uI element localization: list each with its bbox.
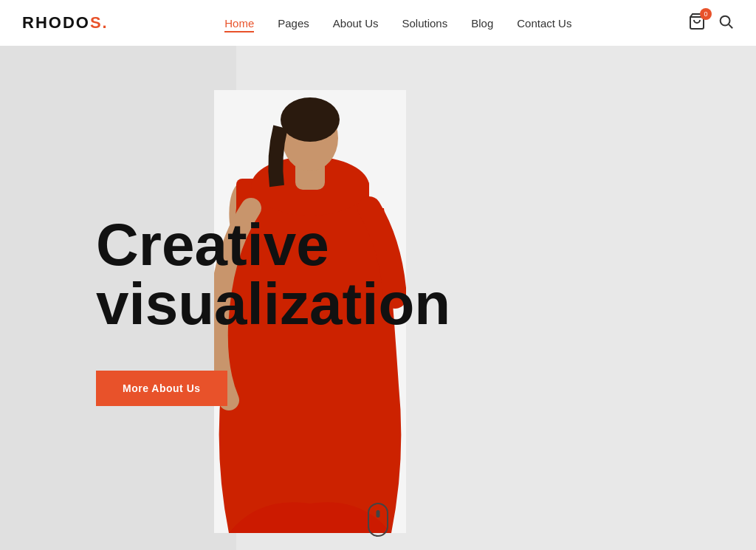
logo[interactable]: RHODOS. [22,13,109,32]
hero-heading: Creative visualization [96,216,450,334]
scroll-oval [368,503,388,537]
nav-item-solutions[interactable]: Solutions [402,17,448,30]
nav-item-blog[interactable]: Blog [471,17,493,30]
header-icons: 0 [688,13,734,33]
nav-item-pages[interactable]: Pages [278,17,309,30]
logo-dot: S. [90,13,109,32]
svg-point-10 [281,97,340,142]
cta-button[interactable]: More About Us [96,371,227,406]
svg-line-2 [729,24,732,28]
nav-item-about[interactable]: About Us [333,17,379,30]
svg-point-1 [721,16,730,25]
header: RHODOS. Home Pages About Us Solutions Bl… [0,0,756,46]
nav-item-contact[interactable]: Contact Us [517,17,571,30]
hero-heading-line2: visualization [96,271,450,337]
cart-button[interactable]: 0 [688,13,706,33]
main-nav: Home Pages About Us Solutions Blog Conta… [224,17,571,30]
hero-heading-line1: Creative [96,212,329,278]
hero-text-block: Creative visualization More About Us [96,216,450,406]
hero-section: Creative visualization More About Us [0,46,756,550]
cart-badge: 0 [700,8,712,20]
nav-item-home[interactable]: Home [224,17,254,30]
scroll-dot [377,510,380,518]
scroll-indicator [368,503,388,537]
search-button[interactable] [718,13,734,33]
